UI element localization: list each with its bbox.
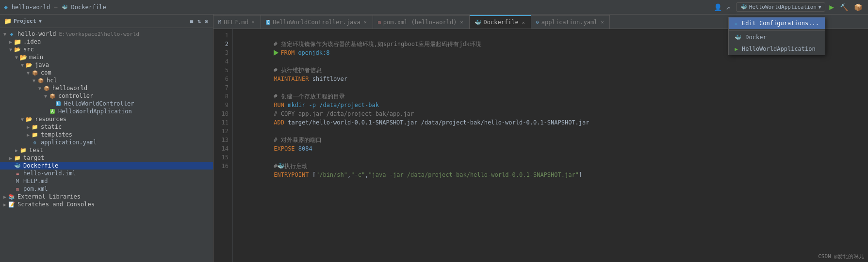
- tree-item-dockerfile[interactable]: ▶ 🐳 Dockerfile: [0, 162, 213, 170]
- pom-icon: m: [16, 186, 19, 192]
- tab-help-label: HELP.md: [224, 19, 248, 26]
- sidebar-tree: ▼ ◆ hello-world E:\workspace2\hello-worl…: [0, 28, 213, 262]
- line-numbers: 1 2 3 4 5 6 7 8 9 10 11 12 13 14 15 16: [213, 29, 233, 262]
- project-icon: 📁: [4, 17, 12, 25]
- tree-item-templates[interactable]: ▶ 📁 templates: [0, 131, 213, 139]
- ext-lib-icon: 📚: [8, 194, 15, 200]
- user-icon[interactable]: 👤: [714, 3, 722, 11]
- tab-controller-label: HelloWorldController.java: [273, 19, 360, 26]
- tab-dockerfile[interactable]: 🐳 Dockerfile ✕: [470, 15, 531, 29]
- tree-item-helloworld[interactable]: ▼ 📦 helloworld: [0, 84, 213, 92]
- md-icon: M: [16, 179, 19, 184]
- title-bar-center: 👤 ↗ 🐳 HelloWorldApplication ▼ ✏️ Edit Co…: [106, 2, 864, 12]
- tab-controller[interactable]: C HelloWorldController.java ✕: [261, 15, 373, 29]
- title-bar-left: ◆ hello-world – 🐳 Dockerfile: [4, 3, 106, 11]
- tab-help-md[interactable]: M HELP.md ✕: [213, 15, 261, 29]
- dockerfile-tree-icon: 🐳: [14, 163, 21, 169]
- docker-icon: 🐳: [735, 34, 741, 41]
- tab-controller-close[interactable]: ✕: [363, 19, 368, 25]
- watermark: CSDN @爱北的琳儿: [818, 253, 864, 260]
- code-line-16: ENTRYPOINT ["/bin/sh","-c","java -jar /d…: [239, 162, 868, 170]
- tree-item-hello-world-application[interactable]: ▶ A HelloWorldApplication: [0, 108, 213, 115]
- tree-item-target[interactable]: ▶ 📁 target: [0, 154, 213, 162]
- src-icon: 📂: [14, 46, 21, 53]
- tree-item-hcl[interactable]: ▼ 📦 hcl: [0, 77, 213, 84]
- tree-item-hello-world[interactable]: ▼ ◆ hello-world E:\workspace2\hello-worl…: [0, 30, 213, 38]
- tab-dockerfile-close[interactable]: ✕: [521, 20, 526, 25]
- deploy-button[interactable]: 📦: [852, 3, 864, 11]
- settings-button[interactable]: ⚙: [204, 18, 209, 25]
- dropdown-indicator[interactable]: ▼: [39, 19, 41, 24]
- code-line-5: MAINTAINER shiftlover: [239, 66, 868, 75]
- idea-folder-icon: 📁: [14, 38, 21, 46]
- static-icon: 📁: [32, 124, 38, 130]
- app-name: hello-world: [12, 4, 50, 11]
- run-config-label: HelloWorldApplication: [749, 4, 817, 10]
- vcs-icon[interactable]: ↗: [726, 3, 730, 11]
- dropdown-item-hello-world-app[interactable]: ▶ HelloWorldApplication: [729, 43, 825, 55]
- code-editor[interactable]: # 指定环境镜像作为该容器的基础环境,如springboot应用最起码得有jdk…: [233, 29, 868, 262]
- tab-application-yaml[interactable]: ⚙ application.yaml ✕: [531, 15, 610, 29]
- run-config-button[interactable]: 🐳 HelloWorldApplication ▼: [736, 2, 826, 12]
- tree-item-help-md[interactable]: ▶ M HELP.md: [0, 177, 213, 185]
- tree-item-main[interactable]: ▼ 📂 main: [0, 53, 213, 61]
- tree-item-java[interactable]: ▼ 📂 java: [0, 61, 213, 69]
- resources-icon: 📂: [26, 116, 33, 123]
- sidebar-actions: ≡ ⇅ ⚙: [189, 18, 209, 25]
- tree-item-idea[interactable]: ▶ 📁 .idea: [0, 38, 213, 46]
- iml-icon: ≡: [16, 171, 19, 176]
- tab-dockerfile-label: Dockerfile: [484, 19, 519, 26]
- dropdown-separator: [729, 30, 825, 31]
- code-line-7: # 创建一个存放工程的目录: [239, 83, 868, 92]
- tab-yaml-icon: ⚙: [536, 19, 539, 25]
- tab-pom[interactable]: m pom.xml (hello-world) ✕: [373, 15, 470, 29]
- tree-item-static[interactable]: ▶ 📁 static: [0, 123, 213, 131]
- code-line-4: # 执行维护者信息: [239, 57, 868, 66]
- hello-world-app-label: HelloWorldApplication: [742, 46, 816, 52]
- build-button[interactable]: 🔨: [838, 3, 850, 11]
- execution-arrow-icon: [274, 50, 278, 56]
- tree-item-resources[interactable]: ▼ 📂 resources: [0, 115, 213, 123]
- code-line-13: EXPOSE 8084: [239, 136, 868, 144]
- tree-item-src[interactable]: ▼ 📂 src: [0, 46, 213, 53]
- tree-item-com[interactable]: ▼ 📦 com: [0, 69, 213, 77]
- run-config-container: 🐳 HelloWorldApplication ▼ ✏️ Edit Config…: [736, 2, 826, 12]
- editor-content: 1 2 3 4 5 6 7 8 9 10 11 12 13 14 15 16 #…: [213, 29, 868, 262]
- expand-button[interactable]: ⇅: [197, 18, 202, 25]
- tree-item-controller[interactable]: ▼ 📦 controller: [0, 92, 213, 100]
- tab-help-close[interactable]: ✕: [251, 19, 256, 25]
- tree-item-application-yaml[interactable]: ▶ ⚙ application.yaml: [0, 139, 213, 146]
- tree-item-hello-world-iml[interactable]: ▶ ≡ hello-world.iml: [0, 170, 213, 177]
- tab-pom-label: pom.xml (hello-world): [383, 19, 457, 26]
- tree-item-test[interactable]: ▶ 📁 test: [0, 146, 213, 154]
- code-line-12: # 对外暴露的端口: [239, 127, 868, 136]
- com-icon: 📦: [32, 70, 38, 76]
- tab-yaml-close[interactable]: ✕: [600, 19, 605, 25]
- tab-pom-icon: m: [378, 19, 381, 25]
- collapse-all-button[interactable]: ≡: [189, 18, 194, 25]
- dropdown-item-docker[interactable]: 🐳 Docker: [729, 31, 825, 43]
- java-folder-icon: 📂: [26, 62, 33, 68]
- tree-item-hello-world-controller[interactable]: ▶ C HelloWorldController: [0, 100, 213, 108]
- run-config-dropdown: ✏️ Edit Configurations... 🐳 Docker ▶ Hel…: [728, 17, 825, 55]
- tree-item-external-libraries[interactable]: ▶ 📚 External Libraries: [0, 193, 213, 200]
- tree-item-scratches[interactable]: ▶ 📝 Scratches and Consoles: [0, 200, 213, 208]
- main-folder-icon: 📂: [19, 54, 27, 61]
- tab-pom-close[interactable]: ✕: [459, 19, 464, 25]
- helloworld-icon: 📦: [44, 86, 49, 91]
- tree-item-pom-xml[interactable]: ▶ m pom.xml: [0, 185, 213, 193]
- hcl-icon: 📦: [38, 78, 44, 83]
- controller-pkg-icon: 📦: [49, 93, 55, 99]
- code-line-15: #🐳执行启动: [239, 153, 868, 162]
- sidebar-header: 📁 Project ▼ ≡ ⇅ ⚙: [0, 15, 213, 28]
- edit-config-label: Edit Configurations...: [742, 20, 819, 27]
- dropdown-arrow-icon: ▼: [819, 5, 821, 10]
- app-icon: ◆: [4, 3, 8, 11]
- test-icon: 📁: [20, 147, 27, 154]
- dropdown-item-edit-config[interactable]: ✏️ Edit Configurations...: [729, 17, 825, 29]
- run-button[interactable]: ▶: [827, 2, 836, 12]
- target-icon: 📁: [14, 155, 21, 161]
- tab-yaml-label: application.yaml: [541, 19, 598, 26]
- templates-icon: 📁: [32, 132, 38, 138]
- title-bar: ◆ hello-world – 🐳 Dockerfile 👤 ↗ 🐳 Hello…: [0, 0, 868, 15]
